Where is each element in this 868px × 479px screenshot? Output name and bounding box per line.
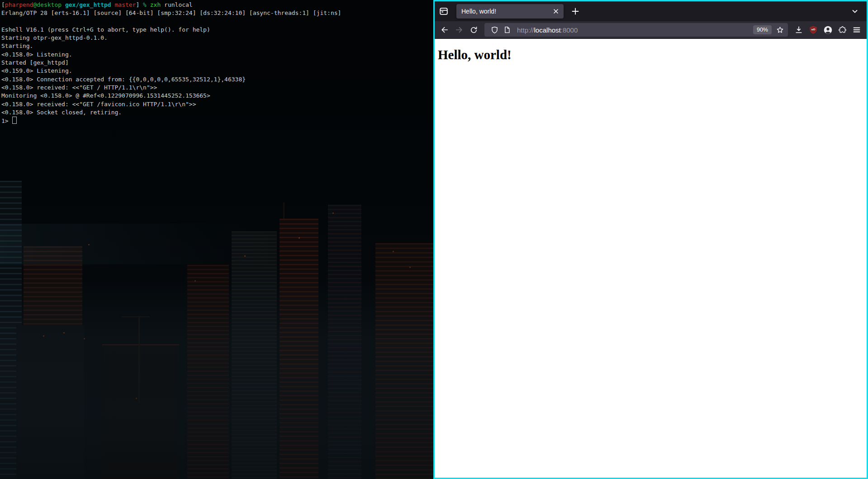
account-button[interactable] — [821, 23, 835, 37]
puzzle-piece-icon — [838, 26, 847, 34]
terminal-prompt-line: [pharpend@desktop gex/gex_httpd master] … — [1, 1, 432, 9]
terminal-output: [pharpend@desktop gex/gex_httpd master] … — [1, 1, 432, 125]
wallpaper-haze — [0, 224, 271, 264]
tab-hello-world[interactable]: Hello, world! — [456, 4, 564, 19]
site-information-button[interactable] — [501, 24, 513, 36]
prompt-command: zxh — [147, 1, 161, 8]
downloads-button[interactable] — [792, 23, 806, 37]
terminal-log: Erlang/OTP 28 [erts-16.1] [source] [64-b… — [1, 9, 432, 117]
terminal-window[interactable]: [pharpend@desktop gex/gex_httpd master] … — [0, 0, 433, 479]
navigation-toolbar: http://localhost:8000 90% uO — [435, 21, 867, 39]
terminal-line: <0.158.0> received: <<"GET / HTTP/1.1\r\… — [1, 84, 432, 92]
terminal-line: Starting otpr-gex_httpd-0.1.0. — [1, 34, 432, 42]
list-all-tabs-button[interactable] — [848, 4, 862, 19]
firefox-view-button[interactable] — [436, 4, 451, 19]
prompt-git-branch: master — [111, 1, 136, 8]
terminal-line: Eshell V16.1 (press Ctrl+G to abort, typ… — [1, 26, 432, 34]
url-port: :8000 — [561, 26, 578, 34]
download-icon — [794, 25, 803, 34]
terminal-line: <0.159.0> Listening. — [1, 67, 432, 75]
url-input[interactable]: http://localhost:8000 — [517, 26, 751, 34]
star-icon — [776, 26, 784, 34]
close-icon — [553, 9, 559, 14]
svg-text:uO: uO — [811, 28, 816, 31]
terminal-line: Monitoring <0.158.0> @ #Ref<0.1229070996… — [1, 92, 432, 100]
tab-bar: Hello, world! — [435, 1, 867, 21]
terminal-line: <0.158.0> received: <<"GET /favicon.ico … — [1, 100, 432, 108]
terminal-line — [1, 18, 432, 26]
shell-prompt: 1> — [1, 117, 12, 124]
menu-button[interactable] — [849, 23, 864, 37]
terminal-line: Started [gex_httpd] — [1, 59, 432, 67]
new-tab-button[interactable] — [568, 4, 583, 19]
tab-title: Hello, world! — [461, 8, 551, 15]
bookmark-button[interactable] — [773, 24, 786, 36]
url-bar[interactable]: http://localhost:8000 90% — [484, 23, 788, 37]
prompt-host: @desktop — [33, 1, 62, 8]
terminal-line: <0.158.0> Connection accepted from: {{0,… — [1, 75, 432, 84]
ublock-origin-button[interactable]: uO — [806, 23, 821, 37]
hamburger-menu-icon — [853, 26, 861, 34]
terminal-line: <0.158.0> Listening. — [1, 51, 432, 59]
prompt-path: gex/gex_httpd — [62, 1, 111, 8]
tab-close-button[interactable] — [551, 6, 561, 16]
desktop: [pharpend@desktop gex/gex_httpd master] … — [0, 0, 868, 479]
url-scheme: http:// — [517, 26, 534, 34]
back-button[interactable] — [437, 23, 452, 37]
page-icon — [503, 26, 511, 34]
wallpaper-fog — [0, 271, 433, 479]
terminal-line: Erlang/OTP 28 [erts-16.1] [source] [64-b… — [1, 9, 432, 17]
forward-arrow-icon — [455, 25, 464, 34]
terminal-line: <0.158.0> Socket closed, retiring. — [1, 108, 432, 117]
terminal-cursor — [12, 117, 17, 124]
terminal-line: Starting. — [1, 42, 432, 50]
firefox-window: Hello, world! — [433, 0, 868, 479]
tracking-protection-button[interactable] — [488, 24, 501, 36]
chevron-down-icon — [851, 8, 859, 15]
ublock-origin-icon: uO — [809, 25, 818, 34]
back-arrow-icon — [440, 25, 449, 34]
shell-prompt-line: 1> — [1, 117, 432, 125]
reload-icon — [470, 26, 478, 34]
prompt-bracket: [ — [1, 1, 5, 8]
forward-button[interactable] — [452, 23, 466, 37]
reload-button[interactable] — [466, 23, 481, 37]
firefox-view-icon — [439, 6, 449, 16]
account-icon — [823, 25, 833, 35]
page-heading: Hello, world! — [438, 47, 867, 62]
prompt-user: pharpend — [5, 1, 33, 8]
page-content: Hello, world! — [435, 39, 867, 478]
url-host: localhost — [534, 26, 561, 34]
extensions-button[interactable] — [835, 23, 849, 37]
prompt-arguments: runlocal — [161, 1, 192, 8]
zoom-level-badge[interactable]: 90% — [753, 25, 772, 34]
prompt-percent: % — [139, 1, 147, 8]
plus-icon — [571, 7, 579, 15]
shield-icon — [490, 26, 499, 34]
